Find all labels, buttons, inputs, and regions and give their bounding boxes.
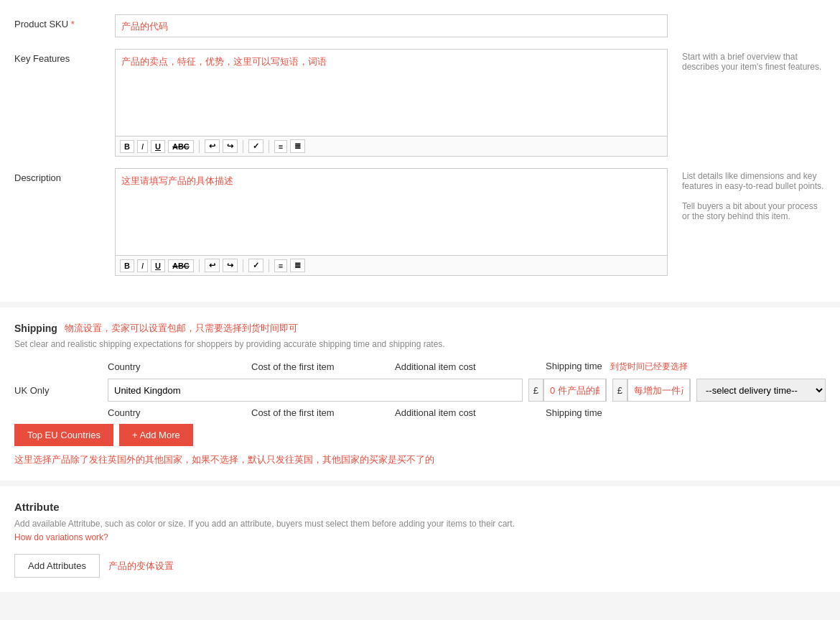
shipping-note: 这里选择产品除了发往英国外的其他国家，如果不选择，默认只发往英国，其他国家的买家…: [14, 453, 826, 466]
col-time-header: Shipping time 到货时间已经要选择: [546, 361, 826, 373]
strikethrough-btn[interactable]: ABC: [168, 140, 194, 153]
additional-price-prefix: £: [613, 379, 627, 401]
desc-toolbar-sep2: [243, 259, 243, 272]
ul-btn[interactable]: ≡: [274, 140, 287, 153]
shipping-header2: Country Cost of the first item Additiona…: [14, 407, 826, 418]
toolbar-sep1: [199, 140, 200, 153]
add-attributes-button[interactable]: Add Attributes: [14, 554, 100, 578]
uk-country-input[interactable]: [108, 379, 523, 402]
italic-btn[interactable]: I: [137, 140, 148, 153]
first-item-cost-input[interactable]: [543, 379, 606, 402]
key-features-toolbar: B I U ABC ↩ ↪ ✓ ≡ ≣: [116, 136, 667, 156]
col-time-header2: Shipping time: [546, 407, 826, 418]
desc-redo-btn[interactable]: ↪: [223, 259, 238, 272]
description-toolbar: B I U ABC ↩ ↪ ✓ ≡ ≣: [116, 255, 667, 275]
desc-undo-btn[interactable]: ↩: [205, 259, 220, 272]
how-variations-link[interactable]: How do variations work?: [14, 532, 108, 542]
additional-cost-input[interactable]: [627, 379, 690, 402]
desc-clear-btn[interactable]: ✓: [248, 259, 263, 272]
toolbar-sep2: [243, 140, 243, 153]
product-sku-label: Product SKU *: [14, 14, 115, 29]
shipping-title: Shipping 物流设置，卖家可以设置包邮，只需要选择到货时间即可: [14, 322, 826, 335]
shipping-header: Country Cost of the first item Additiona…: [14, 361, 826, 373]
redo-btn[interactable]: ↪: [223, 139, 238, 153]
additional-cost-wrap: £: [612, 379, 691, 402]
col-first-header2: Cost of the first item: [251, 407, 395, 418]
bold-btn[interactable]: B: [120, 140, 134, 153]
desc-ul-btn[interactable]: ≡: [274, 259, 287, 272]
key-features-label: Key Features: [14, 49, 115, 64]
eu-row: Top EU Countries + Add More: [14, 424, 826, 446]
desc-italic-btn[interactable]: I: [137, 259, 148, 272]
desc-strikethrough-btn[interactable]: ABC: [168, 259, 194, 272]
col-country-header2: Country: [108, 407, 251, 418]
uk-only-row: UK Only £ £ --select delivery time--: [14, 379, 826, 402]
col-first-header: Cost of the first item: [251, 361, 395, 372]
description-hint: List details like dimensions and key fea…: [668, 168, 826, 221]
col-country-header: Country: [108, 361, 251, 372]
undo-btn[interactable]: ↩: [205, 139, 220, 153]
key-features-hint: Start with a brief overview that describ…: [668, 49, 826, 72]
top-eu-countries-button[interactable]: Top EU Countries: [14, 424, 113, 446]
col-additional-header2: Additional item cost: [395, 407, 546, 418]
desc-underline-btn[interactable]: U: [151, 259, 165, 272]
product-sku-input[interactable]: [115, 14, 668, 37]
underline-btn[interactable]: U: [151, 140, 165, 153]
attribute-title: Attribute: [14, 501, 826, 513]
add-more-button[interactable]: + Add More: [119, 424, 193, 446]
description-content[interactable]: 这里请填写产品的具体描述: [116, 169, 667, 255]
desc-toolbar-sep1: [199, 259, 200, 272]
first-price-prefix: £: [529, 379, 543, 401]
desc-toolbar-sep3: [269, 259, 269, 272]
attribute-hint: 产品的变体设置: [108, 560, 174, 573]
delivery-time-select[interactable]: --select delivery time--: [696, 379, 826, 402]
col-additional-header: Additional item cost: [395, 361, 546, 372]
attribute-desc: Add available Attritube, such as color o…: [14, 519, 826, 529]
uk-inputs: £ £ --select delivery time--: [108, 379, 826, 402]
key-features-content[interactable]: 产品的卖点，特征，优势，这里可以写短语，词语: [116, 50, 667, 136]
desc-ol-btn[interactable]: ≣: [290, 259, 305, 272]
shipping-desc: Set clear and realistic shipping expecta…: [14, 339, 826, 349]
clear-btn[interactable]: ✓: [248, 139, 263, 153]
first-item-cost-wrap: £: [528, 379, 607, 402]
attribute-row: Add Attributes 产品的变体设置: [14, 554, 826, 578]
description-editor: 这里请填写产品的具体描述 B I U ABC ↩ ↪ ✓ ≡ ≣: [115, 168, 668, 276]
description-label: Description: [14, 168, 115, 183]
toolbar-sep3: [269, 140, 269, 153]
key-features-editor: 产品的卖点，特征，优势，这里可以写短语，词语 B I U ABC ↩ ↪ ✓ ≡…: [115, 49, 668, 157]
ol-btn[interactable]: ≣: [290, 139, 305, 153]
uk-only-label: UK Only: [14, 385, 108, 396]
desc-bold-btn[interactable]: B: [120, 259, 134, 272]
